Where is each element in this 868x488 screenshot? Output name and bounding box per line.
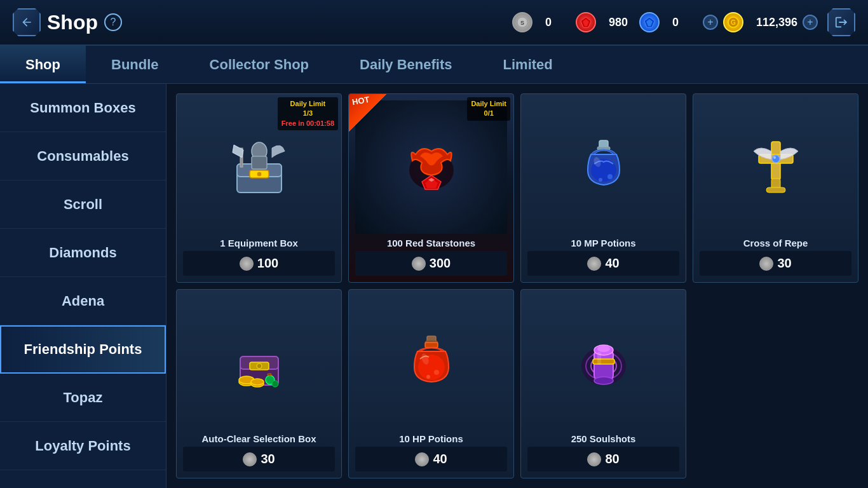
gold1-plus-button[interactable]: + xyxy=(703,15,718,30)
sidebar-item-summon-boxes[interactable]: Summon Boxes xyxy=(0,84,166,132)
page-title: Shop xyxy=(47,11,98,34)
item-name-soulshots: 250 Soulshots xyxy=(571,430,636,447)
currency-silver-group: S xyxy=(512,12,532,32)
item-image-mp-potions xyxy=(527,100,679,234)
red-gem-value: 0 xyxy=(545,16,571,29)
daily-limit-badge-starstones: Daily Limit 0/1 xyxy=(467,97,510,121)
sidebar-item-friendship-points[interactable]: Friendship Points xyxy=(0,325,166,374)
price-value-3: 40 xyxy=(605,256,619,271)
item-card-mp-potions[interactable]: 10 MP Potions 40 xyxy=(520,93,686,283)
price-value-2: 300 xyxy=(430,256,451,271)
item-price-cross: 30 xyxy=(700,251,851,276)
svg-point-41 xyxy=(272,381,278,387)
price-icon-4 xyxy=(759,257,773,271)
price-icon-2 xyxy=(412,257,426,271)
svg-rect-42 xyxy=(268,374,271,376)
item-card-cross-of-rep[interactable]: Cross of Repe 30 xyxy=(693,93,858,283)
item-image-cross xyxy=(700,100,851,234)
svg-rect-55 xyxy=(593,359,614,364)
sidebar: Summon Boxes Consumables Scroll Diamonds… xyxy=(0,84,166,488)
item-name-starstones: 100 Red Starstones xyxy=(387,234,475,251)
item-price-mp-potions: 40 xyxy=(527,251,679,276)
price-value: 100 xyxy=(257,256,278,271)
svg-point-11 xyxy=(257,172,262,177)
item-name-mp-potions: 10 MP Potions xyxy=(571,234,635,251)
item-name-cross: Cross of Repe xyxy=(743,234,808,251)
svg-text:G: G xyxy=(731,19,736,26)
item-card-equipment-box[interactable]: Daily Limit 1/3 Free in 00:01:58 xyxy=(176,93,342,283)
hot-badge: HOT xyxy=(349,94,387,132)
svg-point-25 xyxy=(599,178,602,182)
price-value-4: 30 xyxy=(777,256,791,271)
silver-icon: S xyxy=(512,12,532,32)
svg-point-35 xyxy=(257,363,262,369)
svg-marker-15 xyxy=(233,145,243,158)
svg-point-29 xyxy=(773,156,776,159)
gold2-value: 112,396 xyxy=(756,16,797,29)
tab-shop[interactable]: Shop xyxy=(0,46,86,83)
tab-bundle[interactable]: Bundle xyxy=(86,46,184,83)
price-icon-5 xyxy=(243,452,257,466)
price-value-7: 80 xyxy=(605,452,619,466)
sidebar-item-scroll[interactable]: Scroll xyxy=(0,180,166,229)
svg-text:S: S xyxy=(520,20,524,26)
svg-rect-45 xyxy=(425,342,438,348)
gold1-value: 0 xyxy=(672,16,698,29)
tab-limited[interactable]: Limited xyxy=(478,46,578,83)
item-price-soulshots: 80 xyxy=(527,447,679,471)
item-image-hp-potions xyxy=(355,296,507,430)
price-icon-6 xyxy=(415,452,429,466)
svg-rect-13 xyxy=(252,156,267,169)
item-price-equipment-box: 100 xyxy=(183,251,335,276)
item-card-red-starstones[interactable]: HOT Daily Limit 0/1 100 Red Starstone xyxy=(348,93,514,283)
currency-blue-group: 980 xyxy=(609,12,660,32)
item-name-hp-potions: 10 HP Potions xyxy=(399,430,463,447)
tab-collector-shop[interactable]: Collector Shop xyxy=(184,46,334,83)
price-icon-3 xyxy=(587,257,601,271)
item-price-starstones: 300 xyxy=(355,251,507,276)
sidebar-item-topaz[interactable]: Topaz xyxy=(0,374,166,422)
tab-bar: Shop Bundle Collector Shop Daily Benefit… xyxy=(0,46,868,84)
svg-point-57 xyxy=(597,346,610,352)
price-value-5: 30 xyxy=(261,452,275,466)
item-name-auto-clear: Auto-Clear Selection Box xyxy=(201,430,316,447)
item-card-auto-clear-box[interactable]: Auto-Clear Selection Box 30 xyxy=(176,289,342,478)
currency-gold2-group: 112,396 + xyxy=(756,15,818,30)
gold1-icon: G xyxy=(723,12,743,32)
svg-point-58 xyxy=(594,377,613,384)
back-button[interactable] xyxy=(13,8,41,36)
svg-point-28 xyxy=(772,155,780,163)
item-card-soulshots[interactable]: 250 Soulshots 80 xyxy=(520,289,686,478)
tab-daily-benefits[interactable]: Daily Benefits xyxy=(334,46,478,83)
svg-rect-31 xyxy=(766,187,785,193)
svg-point-39 xyxy=(251,379,264,385)
item-card-hp-potions[interactable]: 10 HP Potions 40 xyxy=(348,289,514,478)
item-name-equipment-box: 1 Equipment Box xyxy=(220,234,298,251)
daily-limit-badge: Daily Limit 1/3 Free in 00:01:58 xyxy=(278,97,338,130)
price-value-6: 40 xyxy=(433,452,447,466)
red-gem-icon xyxy=(576,12,596,32)
item-price-hp-potions: 40 xyxy=(355,447,507,471)
exit-button[interactable] xyxy=(827,8,855,36)
blue-gem-value: 980 xyxy=(609,16,634,29)
currency-gold1-group: 0 + G xyxy=(672,12,743,32)
header: Shop ? S 0 980 0 + G 112,396 + xyxy=(0,0,868,46)
price-icon xyxy=(240,257,254,271)
sidebar-item-loyalty-points[interactable]: Loyalty Points xyxy=(0,422,166,470)
item-grid: Daily Limit 1/3 Free in 00:01:58 xyxy=(166,84,868,488)
svg-point-24 xyxy=(607,174,613,179)
sidebar-item-consumables[interactable]: Consumables xyxy=(0,132,166,180)
item-image-soulshots xyxy=(527,296,679,430)
help-button[interactable]: ? xyxy=(104,13,122,31)
gold2-plus-button[interactable]: + xyxy=(803,15,818,30)
svg-point-48 xyxy=(434,370,439,375)
blue-gem-icon xyxy=(639,12,660,32)
item-price-auto-clear: 30 xyxy=(183,447,335,471)
main-content: Summon Boxes Consumables Scroll Diamonds… xyxy=(0,84,868,488)
sidebar-item-diamonds[interactable]: Diamonds xyxy=(0,229,166,277)
svg-point-49 xyxy=(426,375,430,379)
svg-rect-59 xyxy=(597,352,601,365)
item-image-auto-clear xyxy=(183,296,335,430)
currency-red-group: 0 xyxy=(545,12,596,32)
sidebar-item-adena[interactable]: Adena xyxy=(0,277,166,325)
